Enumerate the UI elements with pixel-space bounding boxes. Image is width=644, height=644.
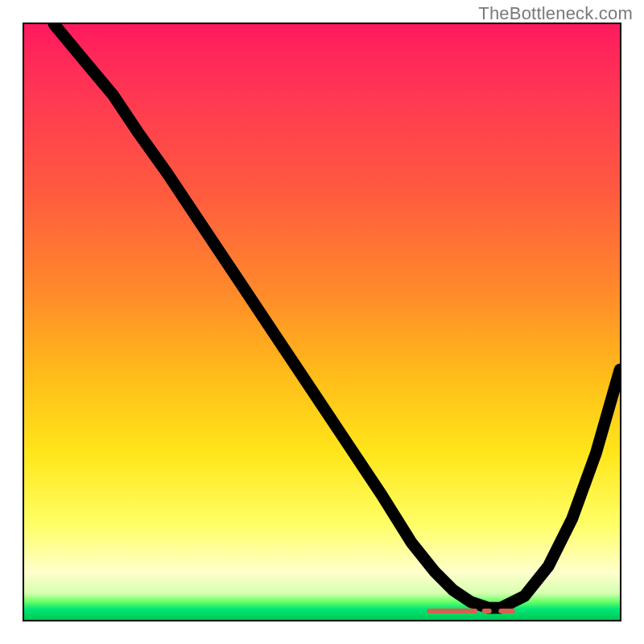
bottleneck-curve	[54, 24, 620, 608]
plot-area	[23, 23, 621, 621]
chart-svg	[24, 24, 620, 620]
chart-container: TheBottleneck.com	[0, 0, 644, 644]
watermark-text: TheBottleneck.com	[478, 3, 633, 24]
